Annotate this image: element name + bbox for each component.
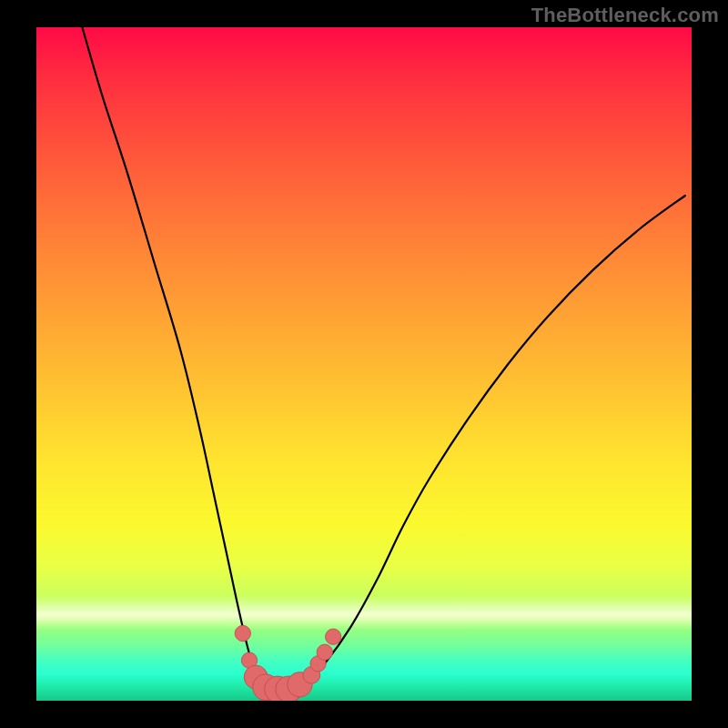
- chart-stage: TheBottleneck.com: [0, 0, 728, 728]
- near-bottom-band: [36, 596, 692, 630]
- watermark-text: TheBottleneck.com: [531, 4, 719, 27]
- plot-area: [36, 27, 692, 701]
